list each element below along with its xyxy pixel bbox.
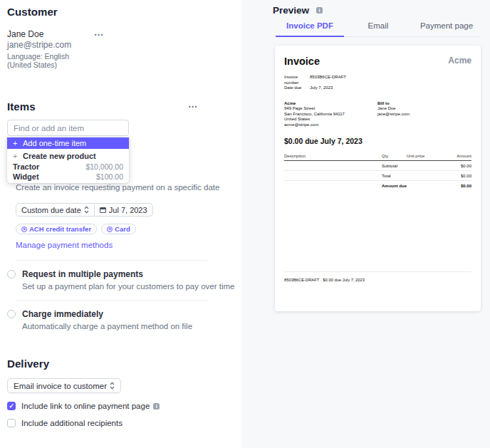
payment-method-label: ACH credit transfer [29,225,91,233]
item-search-input[interactable] [7,120,129,136]
charge-immediately-description: Automatically charge a payment method on… [22,322,192,330]
from-line: acme@stripe.com [284,123,377,128]
info-icon[interactable] [153,403,160,410]
plus-icon: + [13,139,21,147]
preview-tabs: Invoice PDF Email Payment page [276,21,490,37]
delivery-method-select[interactable]: Email invoice to customer [7,378,121,393]
include-payment-page-checkbox[interactable] [7,402,16,410]
col-amount: Amount [447,154,471,158]
item-dropdown: + Add one-time item + Create new product… [7,137,129,183]
from-name: Acme [284,101,377,107]
invoice-number-label: Invoice number [284,75,310,85]
amount-due-value: $0.00 [447,184,471,188]
multiple-payments-option: Request in multiple payments Set up a pa… [7,269,241,291]
amount-due-row: Amount due $0.00 [284,181,471,190]
payment-method-label: Card [115,225,130,233]
invoice-bill-to-block: Bill to Jane Doe jane@stripe.com [377,101,410,128]
calendar-icon [100,207,106,213]
charge-immediately-radio[interactable] [7,310,16,318]
due-date-value: Jul 7, 2023 [109,206,147,214]
remove-circle-icon[interactable] [21,226,27,232]
due-date-select-value: Custom due date [21,206,81,214]
items-overflow-menu-icon[interactable] [188,103,198,110]
chevron-updown-icon [84,206,89,214]
bill-to-name: Jane Doe [377,106,410,112]
invoice-title: Invoice [284,56,320,67]
total-row: Total $0.00 [284,171,471,181]
item-search-wrap: + Add one-time item + Create new product… [7,120,129,136]
tab-email[interactable]: Email [344,21,412,37]
tab-payment-page[interactable]: Payment page [412,21,481,37]
invoice-from-block: Acme 949 Page Street San Francisco, Cali… [284,101,377,128]
payment-helper-text: Create an invoice requesting payment on … [16,183,241,192]
tab-invoice-pdf[interactable]: Invoice PDF [276,21,344,37]
payment-method-card-pill[interactable]: Card [101,224,136,234]
customer-email: jane@stripe.com [7,40,94,50]
chevron-updown-icon [110,382,115,390]
due-date-select[interactable]: Custom due date [16,204,94,216]
product-price: $10,000.00 [85,162,123,171]
customer-name: Jane Doe [7,29,94,39]
product-name: Tractor [13,162,39,171]
payment-method-pills: ACH credit transfer Card [16,224,241,234]
bill-to-label: Bill to [377,101,410,107]
add-one-time-item-option[interactable]: + Add one-time item [7,137,129,149]
subtotal-row: Subtotal $0.00 [284,161,471,171]
customer-language: Language: English (United States) [7,52,94,69]
from-line: United States [284,117,377,123]
multiple-payments-description: Set up a payment plan for your customers… [22,282,235,291]
items-heading: Items [7,100,36,113]
from-line: San Francisco, California 94117 [284,112,377,118]
editor-panel: Customer Jane Doe jane@stripe.com Langua… [0,0,241,448]
due-date-picker[interactable]: Jul 7, 2023 [94,204,152,216]
delivery-method-value: Email invoice to customer [14,382,107,390]
payment-collection-section: Create an invoice requesting payment on … [7,183,241,330]
charge-immediately-label: Charge immediately [22,309,192,319]
customer-heading: Customer [7,6,241,18]
include-payment-page-row[interactable]: Include link to online payment page [7,402,241,410]
invoice-due-headline: $0.00 due July 7, 2023 [284,137,471,145]
delivery-heading: Delivery [7,358,241,370]
additional-recipients-label: Include additional recipients [21,419,123,427]
preview-heading: Preview [273,5,309,16]
customer-overflow-menu-icon[interactable] [94,31,104,69]
manage-payment-methods-link[interactable]: Manage payment methods [16,241,113,249]
customer-block: Jane Doe jane@stripe.com Language: Engli… [7,29,241,69]
invoice-brand: Acme [448,56,471,66]
additional-recipients-row[interactable]: Include additional recipients [7,419,241,427]
divider [16,300,207,301]
info-icon[interactable] [316,7,323,14]
add-one-time-item-label: Add one-time item [23,139,86,147]
invoice-pdf-preview: Invoice Acme Invoice number 8503B6CE-DRA… [275,46,481,311]
charge-immediately-option: Charge immediately Automatically charge … [7,309,241,330]
total-label: Total [382,174,447,178]
invoice-meta: Invoice number 8503B6CE-DRAFT Date due J… [284,75,471,91]
remove-circle-icon[interactable] [107,226,113,232]
items-header: Items [7,100,198,113]
product-option-tractor[interactable]: Tractor $10,000.00 [7,162,129,171]
product-price: $100.00 [96,172,123,181]
invoice-date-value: July 7, 2023 [310,85,333,91]
preview-panel: Preview Invoice PDF Email Payment page I… [241,0,490,448]
subtotal-label: Subtotal [382,164,447,168]
invoice-editor: Customer Jane Doe jane@stripe.com Langua… [0,0,490,448]
multiple-payments-label: Request in multiple payments [22,269,235,279]
divider [16,260,207,261]
due-date-group: Custom due date Jul 7, 2023 [16,203,153,217]
create-new-product-label: Create new product [23,152,96,160]
product-option-widget[interactable]: Widget $100.00 [7,172,129,181]
payment-method-ach-pill[interactable]: ACH credit transfer [16,224,97,234]
invoice-addresses: Acme 949 Page Street San Francisco, Cali… [284,101,471,128]
product-name: Widget [13,172,39,181]
plus-icon: + [13,152,21,160]
additional-recipients-checkbox[interactable] [7,419,16,427]
from-line: 949 Page Street [284,106,377,112]
amount-due-label: Amount due [382,184,447,188]
total-value: $0.00 [447,174,471,178]
multiple-payments-radio[interactable] [7,270,16,278]
create-new-product-option[interactable]: + Create new product [7,150,129,161]
subtotal-value: $0.00 [447,164,471,168]
invoice-line-items-table: Description Qty Unit price Amount Subtot… [284,154,471,190]
include-payment-page-label: Include link to online payment page [21,402,150,410]
col-unit-price: Unit price [407,154,447,158]
